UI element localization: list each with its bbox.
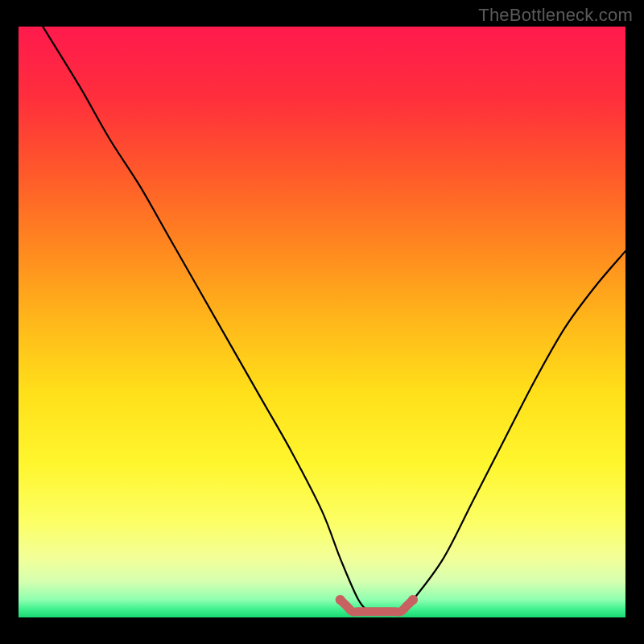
minimum-dot-right: [408, 595, 418, 605]
watermark-text: TheBottleneck.com: [478, 5, 633, 26]
curve-layer: [19, 27, 625, 617]
chart-container: TheBottleneck.com: [0, 0, 644, 644]
plot-area: [19, 27, 625, 617]
minimum-dot-left: [336, 595, 345, 605]
bottleneck-curve: [43, 27, 625, 613]
minimum-marker: [341, 600, 413, 612]
